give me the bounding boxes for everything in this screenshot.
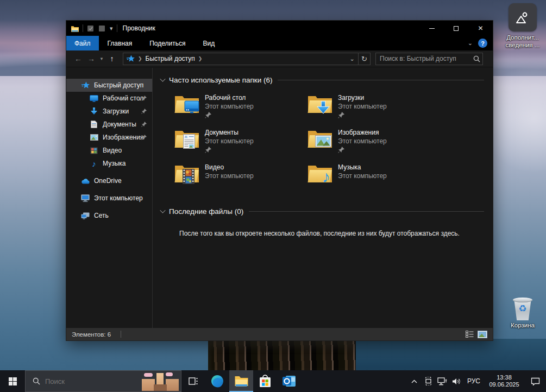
folder-tile-documents[interactable]: A Докумен [174, 128, 307, 162]
pictures-icon [90, 133, 98, 142]
section-title: Последние файлы (0) [169, 207, 243, 216]
maximize-button[interactable] [444, 21, 468, 36]
close-button[interactable]: ✕ [468, 21, 493, 36]
start-button[interactable] [0, 370, 25, 392]
breadcrumb-chevron-icon: ❯ [138, 56, 142, 61]
sidebar-label: Изображения [103, 134, 143, 141]
sidebar-item-onedrive[interactable]: OneDrive [66, 174, 152, 187]
ribbon-collapse-chevron-icon[interactable]: ⌄ [468, 40, 473, 47]
section-title: Часто используемые папки (6) [169, 76, 272, 84]
tab-file[interactable]: Файл [66, 36, 99, 50]
recycle-bin-icon[interactable]: ♻ Корзина [499, 298, 546, 329]
taskbar-search-box[interactable] [25, 370, 181, 392]
folder-tile-videos[interactable]: Видео Этот компьютер [174, 162, 307, 197]
qat-newfolder-icon[interactable] [98, 25, 106, 32]
details-view-button[interactable] [465, 330, 474, 339]
windows-logo-icon [9, 377, 17, 385]
store-taskbar-icon[interactable] [253, 370, 277, 392]
title-bar[interactable]: ▾ Проводник ✕ [66, 21, 493, 36]
sidebar-item-quick-access[interactable]: Быстрый доступ [66, 79, 152, 92]
refresh-icon[interactable]: ↻ [358, 53, 370, 65]
search-icon [33, 377, 40, 385]
help-icon[interactable]: ? [478, 39, 487, 48]
computer-icon [81, 194, 90, 203]
folder-icon [307, 128, 332, 149]
sidebar-label: Видео [103, 147, 122, 154]
sidebar-item-desktop[interactable]: Рабочий стол [66, 92, 152, 105]
network-tray-icon[interactable] [435, 377, 449, 385]
outlook-taskbar-icon[interactable] [277, 370, 301, 392]
tile-location: Этот компьютер [205, 102, 254, 111]
ribbon-tab-bar: Файл Главная Поделиться Вид ⌄ ? [66, 36, 493, 50]
sidebar-label: Рабочий стол [103, 94, 143, 102]
language-indicator[interactable]: РУС [463, 377, 484, 385]
folder-tile-music[interactable]: ♪ Музыка Этот компьютер [307, 162, 441, 197]
pin-icon [205, 147, 254, 153]
cast-icon[interactable] [421, 377, 435, 385]
folder-tile-downloads[interactable]: Загрузки Этот компьютер [307, 93, 441, 128]
up-button[interactable]: ↑ [105, 54, 118, 63]
tile-name: Рабочий стол [205, 93, 254, 102]
sidebar-item-this-pc[interactable]: Этот компьютер [66, 192, 152, 205]
tile-location: Этот компьютер [338, 172, 387, 180]
sidebar-item-documents[interactable]: Документы [66, 118, 152, 131]
qat-properties-icon[interactable] [87, 25, 95, 32]
recent-locations-chevron-icon[interactable]: ▾ [98, 56, 105, 61]
onedrive-cloud-icon [81, 176, 90, 185]
collapse-chevron-icon[interactable] [160, 207, 165, 213]
folder-icon [307, 93, 332, 115]
search-input[interactable] [376, 55, 470, 62]
tray-overflow-chevron-icon[interactable] [407, 380, 421, 383]
desktop-icon [90, 94, 98, 103]
edge-taskbar-icon[interactable] [205, 370, 229, 392]
music-icon: ♪ [90, 159, 98, 168]
address-dropdown-chevron-icon[interactable]: ⌄ [346, 53, 358, 65]
section-rule [278, 80, 484, 80]
breadcrumb-chevron-icon-2[interactable]: ❯ [198, 56, 203, 61]
wallpaper-pier [208, 339, 356, 370]
back-button[interactable]: ← [72, 54, 85, 63]
search-icon[interactable] [470, 55, 482, 62]
sidebar-item-videos[interactable]: Видео [66, 144, 152, 157]
network-icon [81, 211, 90, 220]
sidebar-label: Загрузки [103, 108, 129, 115]
recent-files-section-header[interactable]: Последние файлы (0) [159, 206, 484, 217]
sidebar-item-network[interactable]: Сеть [66, 209, 152, 222]
sidebar-item-downloads[interactable]: Загрузки [66, 105, 152, 118]
folder-tile-pictures[interactable]: Изображения Этот компьютер [307, 128, 441, 162]
minimize-button[interactable] [419, 21, 444, 36]
pin-icon [141, 135, 147, 140]
clock[interactable]: 13:38 09.06.2025 [484, 374, 524, 388]
downloads-icon [90, 107, 98, 116]
frequent-folders-section-header[interactable]: Часто используемые папки (6) [159, 74, 484, 85]
tab-view[interactable]: Вид [194, 36, 223, 50]
explorer-taskbar-icon[interactable] [229, 370, 253, 392]
sidebar-item-music[interactable]: ♪ Музыка [66, 157, 152, 170]
breadcrumb-location[interactable]: Быстрый доступ [146, 55, 195, 62]
search-box[interactable] [375, 53, 483, 65]
wallpaper-dark-water [356, 339, 546, 370]
desktop-icon-info[interactable]: Дополнит... сведения ... [499, 3, 546, 49]
search-highlight-illustration[interactable] [141, 371, 180, 391]
sidebar-item-pictures[interactable]: Изображения [66, 131, 152, 144]
recycle-bin-label: Корзина [499, 321, 546, 329]
items-count: Элементов: 6 [72, 331, 111, 338]
volume-tray-icon[interactable] [449, 377, 463, 385]
thumbnail-view-button[interactable] [478, 330, 487, 339]
pin-icon [141, 96, 147, 101]
desktop-icon-label: Дополнит... [499, 34, 546, 41]
sidebar-label: Документы [103, 121, 136, 128]
action-center-icon[interactable] [524, 377, 546, 385]
qat-customize-chevron-icon[interactable]: ▾ [110, 25, 113, 32]
recent-files-empty-message: После того как вы откроете несколько фай… [159, 230, 493, 237]
tab-share[interactable]: Поделиться [141, 36, 194, 50]
tile-location: Этот компьютер [205, 137, 254, 146]
collapse-chevron-icon[interactable] [160, 76, 165, 81]
address-bar[interactable]: ❯ Быстрый доступ ❯ ⌄ ↻ [123, 53, 371, 65]
task-view-button[interactable] [181, 370, 205, 392]
documents-overlay-icon: A [183, 134, 195, 149]
folder-tile-desktop[interactable]: Рабочий стол Этот компьютер [174, 93, 307, 128]
tab-home[interactable]: Главная [99, 36, 141, 50]
tile-location: Этот компьютер [338, 102, 387, 111]
forward-button[interactable]: → [85, 54, 98, 63]
